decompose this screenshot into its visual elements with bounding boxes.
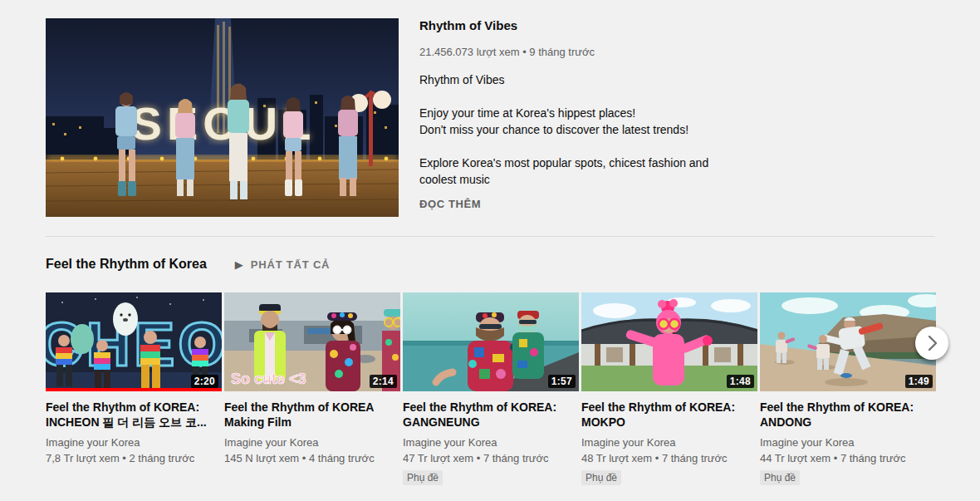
video-title[interactable]: Feel the Rhythm of KOREA: INCHEON 필 더 리듬… bbox=[46, 400, 222, 430]
video-channel[interactable]: Imagine your Korea bbox=[760, 436, 936, 449]
chevron-right-icon bbox=[915, 327, 948, 360]
page: { "featured": { "title": "Rhythm of Vibe… bbox=[0, 0, 980, 501]
read-more-link[interactable]: ĐỌC THÊM bbox=[419, 198, 481, 210]
video-channel[interactable]: Imagine your Korea bbox=[46, 436, 222, 449]
video-channel[interactable]: Imagine your Korea bbox=[403, 436, 579, 449]
video-meta: 145 N lượt xem • 4 tháng trước bbox=[224, 452, 400, 464]
video-card-andong: 1:49 Feel the Rhythm of KOREA: ANDONG Im… bbox=[760, 292, 936, 485]
caption-text: So cute <3 bbox=[231, 371, 306, 387]
video-thumbnail[interactable]: So cute <3 2:14 bbox=[224, 292, 400, 391]
playlist-shelf-header: Feel the Rhythm of Korea ▶ PHÁT TẤT CẢ bbox=[46, 257, 330, 272]
description-line bbox=[419, 88, 752, 105]
featured-video-title[interactable]: Rhythm of Vibes bbox=[419, 18, 752, 33]
description-line: Rhythm of Vibes bbox=[419, 71, 752, 88]
watch-progress-bar bbox=[46, 388, 222, 391]
description-line: coolest music bbox=[419, 171, 752, 188]
video-title[interactable]: Feel the Rhythm of KOREA: MOKPO bbox=[581, 400, 757, 430]
video-meta: 47 Tr lượt xem • 7 tháng trước bbox=[403, 452, 579, 464]
subtitle-badge: Phụ đề bbox=[760, 470, 800, 485]
video-thumbnail[interactable]: 1:48 bbox=[581, 292, 757, 391]
video-channel[interactable]: Imagine your Korea bbox=[581, 436, 757, 449]
video-title[interactable]: Feel the Rhythm of KOREA: ANDONG bbox=[760, 400, 936, 430]
featured-video-info: Rhythm of Vibes 21.456.073 lượt xem • 9 … bbox=[419, 18, 752, 211]
video-meta: 48 Tr lượt xem • 7 tháng trước bbox=[581, 452, 757, 464]
video-meta: 44 Tr lượt xem • 7 tháng trước bbox=[760, 452, 936, 464]
carousel-next-button[interactable] bbox=[915, 327, 948, 360]
description-line: Don't miss your chance to discover the l… bbox=[419, 121, 752, 138]
subtitle-badge: Phụ đề bbox=[581, 470, 621, 485]
video-thumbnail[interactable]: 1:57 bbox=[403, 292, 579, 391]
featured-video-thumbnail[interactable]: SEOUL SEOUL bbox=[46, 18, 399, 217]
duration-badge: 2:20 bbox=[191, 375, 218, 388]
mascot-green bbox=[71, 324, 94, 354]
subtitle-badge: Phụ đề bbox=[403, 470, 443, 485]
play-all-label: PHÁT TẤT CẢ bbox=[251, 258, 330, 271]
video-meta: 7,8 Tr lượt xem • 2 tháng trước bbox=[46, 452, 222, 464]
playlist-video-row: CHEO 2:20 Feel the Rhythm of KOREA: INCH… bbox=[46, 292, 936, 485]
featured-video-description: Rhythm of Vibes Enjoy your time at Korea… bbox=[419, 71, 752, 188]
video-channel[interactable]: Imagine your Korea bbox=[224, 436, 400, 449]
featured-thumbnail-art: SEOUL SEOUL bbox=[46, 18, 399, 217]
duration-badge: 1:57 bbox=[548, 375, 576, 388]
video-thumbnail[interactable]: CHEO 2:20 bbox=[46, 292, 222, 391]
play-all-button[interactable]: ▶ PHÁT TẤT CẢ bbox=[235, 258, 330, 271]
description-line: Explore Korea's most popular spots, chic… bbox=[419, 155, 752, 171]
section-divider bbox=[46, 236, 934, 237]
duration-badge: 1:49 bbox=[905, 375, 933, 388]
playlist-title[interactable]: Feel the Rhythm of Korea bbox=[46, 257, 207, 272]
video-title[interactable]: Feel the Rhythm of KOREA Making Film bbox=[224, 400, 400, 430]
play-icon: ▶ bbox=[235, 258, 243, 271]
description-line: Enjoy your time at Korea's hippest place… bbox=[419, 105, 752, 121]
video-card-gangneung: 1:57 Feel the Rhythm of KOREA: GANGNEUNG… bbox=[403, 292, 579, 485]
description-line bbox=[419, 138, 752, 155]
featured-video-meta: 21.456.073 lượt xem • 9 tháng trước bbox=[419, 46, 752, 58]
video-card-making-film: So cute <3 2:14 Feel the Rhythm of KOREA… bbox=[224, 292, 400, 485]
video-title[interactable]: Feel the Rhythm of KOREA: GANGNEUNG bbox=[403, 400, 579, 430]
seal-mascot bbox=[113, 302, 138, 336]
video-thumbnail[interactable]: 1:49 bbox=[760, 292, 936, 391]
video-card-incheon: CHEO 2:20 Feel the Rhythm of KOREA: INCH… bbox=[46, 292, 222, 485]
duration-badge: 1:48 bbox=[727, 375, 754, 388]
video-card-mokpo: 1:48 Feel the Rhythm of KOREA: MOKPO Ima… bbox=[581, 292, 757, 485]
duration-badge: 2:14 bbox=[370, 375, 397, 388]
